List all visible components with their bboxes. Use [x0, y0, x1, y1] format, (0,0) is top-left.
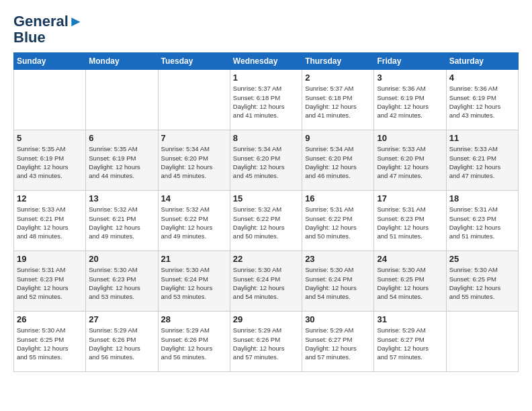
- calendar-week-0: 1Sunrise: 5:37 AM Sunset: 6:18 PM Daylig…: [14, 70, 519, 130]
- day-info: Sunrise: 5:33 AM Sunset: 6:21 PM Dayligh…: [17, 205, 83, 240]
- day-info: Sunrise: 5:35 AM Sunset: 6:19 PM Dayligh…: [17, 144, 83, 180]
- day-info: Sunrise: 5:30 AM Sunset: 6:24 PM Dayligh…: [305, 265, 371, 301]
- day-info: Sunrise: 5:32 AM Sunset: 6:22 PM Dayligh…: [161, 205, 227, 240]
- day-number: 1: [233, 73, 299, 83]
- day-number: 21: [161, 254, 227, 264]
- day-number: 2: [305, 73, 371, 83]
- day-number: 16: [305, 193, 371, 203]
- day-number: 5: [17, 133, 83, 143]
- calendar-cell: 29Sunrise: 5:29 AM Sunset: 6:26 PM Dayli…: [230, 312, 302, 372]
- day-info: Sunrise: 5:35 AM Sunset: 6:19 PM Dayligh…: [89, 144, 154, 180]
- day-number: 26: [17, 314, 83, 324]
- day-info: Sunrise: 5:29 AM Sunset: 6:26 PM Dayligh…: [89, 326, 154, 361]
- calendar-cell: [158, 70, 230, 130]
- calendar-cell: 2Sunrise: 5:37 AM Sunset: 6:18 PM Daylig…: [302, 70, 374, 130]
- calendar-week-4: 26Sunrise: 5:30 AM Sunset: 6:25 PM Dayli…: [14, 312, 519, 372]
- day-info: Sunrise: 5:30 AM Sunset: 6:24 PM Dayligh…: [233, 265, 299, 301]
- calendar-cell: 8Sunrise: 5:34 AM Sunset: 6:20 PM Daylig…: [230, 130, 302, 191]
- day-number: 28: [161, 314, 227, 324]
- weekday-header-monday: Monday: [86, 53, 158, 70]
- calendar-cell: [14, 70, 86, 130]
- day-info: Sunrise: 5:31 AM Sunset: 6:23 PM Dayligh…: [449, 205, 515, 240]
- day-info: Sunrise: 5:30 AM Sunset: 6:23 PM Dayligh…: [89, 265, 154, 301]
- day-number: 22: [233, 254, 299, 264]
- calendar-cell: [446, 312, 518, 372]
- calendar-cell: 16Sunrise: 5:31 AM Sunset: 6:22 PM Dayli…: [302, 191, 374, 251]
- day-number: 23: [305, 254, 371, 264]
- day-info: Sunrise: 5:30 AM Sunset: 6:24 PM Dayligh…: [161, 265, 227, 301]
- weekday-header-sunday: Sunday: [14, 53, 86, 70]
- calendar-cell: 22Sunrise: 5:30 AM Sunset: 6:24 PM Dayli…: [230, 251, 302, 312]
- day-info: Sunrise: 5:36 AM Sunset: 6:19 PM Dayligh…: [377, 84, 443, 120]
- day-info: Sunrise: 5:31 AM Sunset: 6:23 PM Dayligh…: [377, 205, 443, 240]
- weekday-header-saturday: Saturday: [446, 53, 518, 70]
- calendar-cell: 31Sunrise: 5:29 AM Sunset: 6:27 PM Dayli…: [374, 312, 446, 372]
- weekday-header-friday: Friday: [374, 53, 446, 70]
- day-info: Sunrise: 5:36 AM Sunset: 6:19 PM Dayligh…: [449, 84, 515, 120]
- calendar-cell: 12Sunrise: 5:33 AM Sunset: 6:21 PM Dayli…: [14, 191, 86, 251]
- calendar-cell: 9Sunrise: 5:34 AM Sunset: 6:20 PM Daylig…: [302, 130, 374, 191]
- weekday-header-wednesday: Wednesday: [230, 53, 302, 70]
- day-number: 31: [377, 314, 443, 324]
- calendar-cell: 5Sunrise: 5:35 AM Sunset: 6:19 PM Daylig…: [14, 130, 86, 191]
- calendar-cell: 15Sunrise: 5:32 AM Sunset: 6:22 PM Dayli…: [230, 191, 302, 251]
- day-number: 19: [17, 254, 83, 264]
- logo: General►Blue: [13, 13, 83, 46]
- day-info: Sunrise: 5:30 AM Sunset: 6:25 PM Dayligh…: [377, 265, 443, 301]
- day-info: Sunrise: 5:34 AM Sunset: 6:20 PM Dayligh…: [161, 144, 227, 180]
- day-number: 11: [449, 133, 515, 143]
- calendar-cell: 13Sunrise: 5:32 AM Sunset: 6:21 PM Dayli…: [86, 191, 158, 251]
- day-number: 12: [17, 193, 83, 203]
- day-number: 10: [377, 133, 443, 143]
- day-number: 3: [377, 73, 443, 83]
- day-number: 18: [449, 193, 515, 203]
- calendar-cell: 25Sunrise: 5:30 AM Sunset: 6:25 PM Dayli…: [446, 251, 518, 312]
- day-info: Sunrise: 5:33 AM Sunset: 6:20 PM Dayligh…: [377, 144, 443, 180]
- day-number: 30: [305, 314, 371, 324]
- calendar-cell: 17Sunrise: 5:31 AM Sunset: 6:23 PM Dayli…: [374, 191, 446, 251]
- calendar-week-3: 19Sunrise: 5:31 AM Sunset: 6:23 PM Dayli…: [14, 251, 519, 312]
- day-info: Sunrise: 5:31 AM Sunset: 6:23 PM Dayligh…: [17, 265, 83, 301]
- day-info: Sunrise: 5:34 AM Sunset: 6:20 PM Dayligh…: [233, 144, 299, 180]
- calendar-cell: 20Sunrise: 5:30 AM Sunset: 6:23 PM Dayli…: [86, 251, 158, 312]
- day-number: 15: [233, 193, 299, 203]
- header: General►Blue: [13, 13, 519, 46]
- day-info: Sunrise: 5:29 AM Sunset: 6:27 PM Dayligh…: [305, 326, 371, 361]
- calendar-header: SundayMondayTuesdayWednesdayThursdayFrid…: [14, 53, 519, 70]
- calendar-cell: 14Sunrise: 5:32 AM Sunset: 6:22 PM Dayli…: [158, 191, 230, 251]
- day-info: Sunrise: 5:30 AM Sunset: 6:25 PM Dayligh…: [449, 265, 515, 301]
- day-info: Sunrise: 5:29 AM Sunset: 6:26 PM Dayligh…: [161, 326, 227, 361]
- weekday-header-row: SundayMondayTuesdayWednesdayThursdayFrid…: [14, 53, 519, 70]
- logo-text: General►Blue: [13, 13, 83, 46]
- day-number: 13: [89, 193, 154, 203]
- calendar-cell: 6Sunrise: 5:35 AM Sunset: 6:19 PM Daylig…: [86, 130, 158, 191]
- calendar-table: SundayMondayTuesdayWednesdayThursdayFrid…: [13, 52, 519, 372]
- calendar-week-2: 12Sunrise: 5:33 AM Sunset: 6:21 PM Dayli…: [14, 191, 519, 251]
- day-info: Sunrise: 5:37 AM Sunset: 6:18 PM Dayligh…: [305, 84, 371, 120]
- day-info: Sunrise: 5:32 AM Sunset: 6:21 PM Dayligh…: [89, 205, 154, 240]
- day-info: Sunrise: 5:32 AM Sunset: 6:22 PM Dayligh…: [233, 205, 299, 240]
- calendar-cell: 3Sunrise: 5:36 AM Sunset: 6:19 PM Daylig…: [374, 70, 446, 130]
- day-info: Sunrise: 5:29 AM Sunset: 6:26 PM Dayligh…: [233, 326, 299, 361]
- calendar-body: 1Sunrise: 5:37 AM Sunset: 6:18 PM Daylig…: [14, 70, 519, 372]
- day-number: 4: [449, 73, 515, 83]
- day-number: 24: [377, 254, 443, 264]
- day-info: Sunrise: 5:30 AM Sunset: 6:25 PM Dayligh…: [17, 326, 83, 361]
- weekday-header-tuesday: Tuesday: [158, 53, 230, 70]
- calendar-cell: 4Sunrise: 5:36 AM Sunset: 6:19 PM Daylig…: [446, 70, 518, 130]
- day-number: 20: [89, 254, 154, 264]
- day-number: 7: [161, 133, 227, 143]
- day-number: 25: [449, 254, 515, 264]
- calendar-cell: 18Sunrise: 5:31 AM Sunset: 6:23 PM Dayli…: [446, 191, 518, 251]
- calendar-cell: 7Sunrise: 5:34 AM Sunset: 6:20 PM Daylig…: [158, 130, 230, 191]
- calendar-cell: 23Sunrise: 5:30 AM Sunset: 6:24 PM Dayli…: [302, 251, 374, 312]
- day-info: Sunrise: 5:29 AM Sunset: 6:27 PM Dayligh…: [377, 326, 443, 361]
- day-number: 9: [305, 133, 371, 143]
- day-info: Sunrise: 5:34 AM Sunset: 6:20 PM Dayligh…: [305, 144, 371, 180]
- calendar-cell: 10Sunrise: 5:33 AM Sunset: 6:20 PM Dayli…: [374, 130, 446, 191]
- day-info: Sunrise: 5:33 AM Sunset: 6:21 PM Dayligh…: [449, 144, 515, 180]
- calendar-cell: 1Sunrise: 5:37 AM Sunset: 6:18 PM Daylig…: [230, 70, 302, 130]
- calendar-cell: 11Sunrise: 5:33 AM Sunset: 6:21 PM Dayli…: [446, 130, 518, 191]
- day-number: 14: [161, 193, 227, 203]
- day-info: Sunrise: 5:37 AM Sunset: 6:18 PM Dayligh…: [233, 84, 299, 120]
